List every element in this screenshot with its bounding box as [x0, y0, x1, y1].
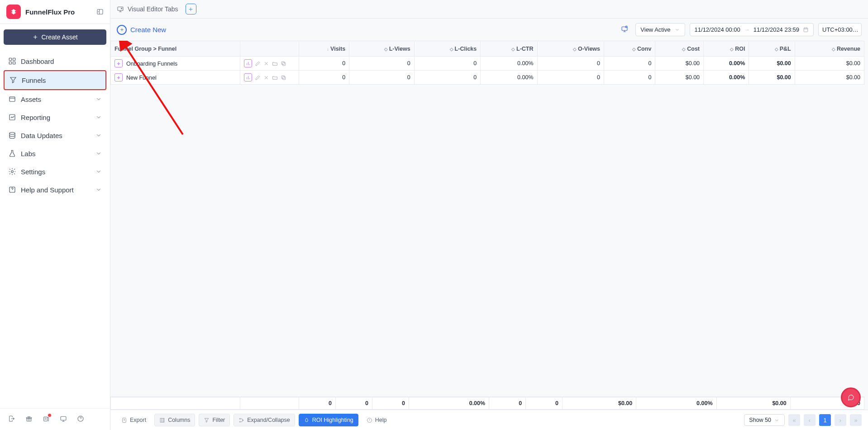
svg-rect-4 [13, 62, 15, 64]
cell-roi: 0.00% [704, 57, 749, 71]
timezone-select[interactable]: UTC+03:00… [818, 23, 862, 36]
expand-icon[interactable]: + [114, 73, 123, 81]
roi-highlighting-button[interactable]: ROI Highlighting [299, 414, 358, 426]
sort-icon: ◇ [511, 47, 515, 52]
chart-icon[interactable] [244, 59, 252, 67]
help-icon[interactable] [77, 415, 84, 424]
app-logo-icon [6, 5, 21, 19]
chevron-down-icon [674, 27, 680, 33]
expand-collapse-button[interactable]: Expand/Collapse [234, 414, 295, 426]
cell-cost: $0.00 [655, 57, 704, 71]
svg-rect-12 [44, 417, 48, 421]
sidebar-item-label: Reporting [21, 114, 50, 121]
arrow-right-icon: → [744, 26, 750, 33]
col-oviews[interactable]: ◇O-Views [537, 41, 604, 57]
collapse-sidebar-icon[interactable] [96, 8, 104, 15]
sidebar-item-dashboard[interactable]: Dashboard [4, 52, 106, 70]
page-number[interactable]: 1 [819, 414, 831, 426]
chevron-down-icon [774, 417, 780, 423]
col-lviews[interactable]: ◇L-Views [349, 41, 414, 57]
cell-lctr: 0.00% [481, 57, 537, 71]
total-lclicks: 0 [372, 397, 409, 410]
copy-icon[interactable] [281, 61, 286, 67]
cell-conv: 0 [604, 57, 655, 71]
page-prev-button[interactable]: ‹ [804, 414, 816, 426]
folder-icon[interactable] [272, 75, 278, 81]
svg-rect-2 [13, 58, 15, 60]
gift-icon[interactable] [25, 415, 33, 424]
col-cost[interactable]: ◇Cost [655, 41, 704, 57]
col-revenue[interactable]: ◇Revenue [795, 41, 864, 57]
topbar: Visual Editor Tabs [110, 0, 868, 19]
sort-icon: ◇ [775, 47, 778, 52]
row-name-cell[interactable]: +New Funnel [111, 71, 240, 85]
sidebar-item-label: Assets [21, 96, 41, 103]
page-next-button[interactable]: › [835, 414, 846, 426]
col-conv[interactable]: ◇Conv [604, 41, 655, 57]
col-funnel-group[interactable]: Funnel Group > Funnel [111, 41, 240, 57]
sidebar-item-settings[interactable]: Settings [4, 162, 106, 181]
main-panel: Visual Editor Tabs Create New View Activ… [110, 0, 868, 430]
svg-rect-18 [804, 28, 808, 32]
news-icon[interactable] [43, 415, 50, 424]
cell-pl: $0.00 [749, 57, 795, 71]
close-icon[interactable] [263, 61, 269, 67]
help-button[interactable]: Help [362, 414, 391, 426]
timezone-label: UTC+03:00… [822, 26, 858, 33]
date-range-picker[interactable]: 11/12/2024 00:00 → 11/12/2024 23:59 [690, 23, 814, 36]
table-row: +New Funnel 0 0 0 0.00% 0 0 $0.00 0.00% … [111, 71, 864, 85]
col-visits[interactable]: ↓Visits [299, 41, 349, 57]
sidebar: FunnelFlux Pro Create Asset Dashboard Fu… [0, 0, 110, 430]
cell-visits: 0 [299, 57, 349, 71]
chart-icon[interactable] [244, 73, 252, 81]
visual-editor-label: Visual Editor Tabs [128, 5, 178, 13]
sort-icon: ◇ [384, 47, 388, 52]
create-new-button[interactable]: Create New [117, 25, 166, 35]
row-name-cell[interactable]: +Onboarding Funnels [111, 57, 240, 71]
refresh-screen-icon[interactable] [621, 25, 628, 34]
plus-circle-icon [117, 25, 127, 35]
page-first-button[interactable]: « [788, 414, 800, 426]
add-tab-button[interactable] [186, 4, 196, 14]
folder-icon[interactable] [272, 61, 278, 67]
svg-rect-15 [118, 7, 123, 10]
page-size-select[interactable]: Show 50 [744, 414, 785, 426]
funnels-table: Funnel Group > Funnel ↓Visits ◇L-Views ◇… [110, 41, 864, 85]
filter-button[interactable]: Filter [199, 414, 230, 426]
sidebar-item-assets[interactable]: Assets [4, 90, 106, 108]
sidebar-item-labs[interactable]: Labs [4, 144, 106, 162]
col-pl[interactable]: ◇P&L [749, 41, 795, 57]
col-lctr[interactable]: ◇L-CTR [481, 41, 537, 57]
edit-icon[interactable] [255, 61, 261, 67]
monitor-icon[interactable] [60, 415, 67, 424]
create-asset-button[interactable]: Create Asset [4, 29, 106, 45]
total-oviews: 0 [489, 397, 526, 410]
sidebar-item-help[interactable]: Help and Support [4, 181, 106, 199]
col-roi[interactable]: ◇ROI [704, 41, 749, 57]
total-lviews: 0 [335, 397, 372, 410]
col-lclicks[interactable]: ◇L-Clicks [414, 41, 481, 57]
svg-rect-0 [97, 10, 103, 14]
expand-icon[interactable]: + [114, 59, 123, 67]
copy-icon[interactable] [281, 75, 286, 81]
logout-icon[interactable] [8, 415, 15, 424]
sort-icon: ◇ [573, 47, 577, 52]
columns-button[interactable]: Columns [154, 414, 195, 426]
close-icon[interactable] [263, 75, 269, 81]
total-visits: 0 [299, 397, 336, 410]
sidebar-item-funnels[interactable]: Funnels [4, 70, 106, 90]
page-last-button[interactable]: » [850, 414, 862, 426]
sort-icon: ◇ [730, 47, 734, 52]
sidebar-item-data-updates[interactable]: Data Updates [4, 126, 106, 144]
date-start: 11/12/2024 00:00 [695, 26, 740, 33]
chat-fab-button[interactable] [841, 387, 861, 407]
svg-point-7 [10, 132, 15, 134]
edit-icon[interactable] [255, 75, 261, 81]
export-button[interactable]: Export [117, 414, 151, 426]
sidebar-item-reporting[interactable]: Reporting [4, 108, 106, 126]
view-active-select[interactable]: View Active [635, 23, 685, 36]
visual-editor-tabs[interactable]: Visual Editor Tabs [117, 5, 178, 13]
sidebar-item-label: Dashboard [21, 57, 54, 65]
svg-rect-1 [9, 58, 11, 60]
cell-revenue: $0.00 [795, 71, 864, 85]
